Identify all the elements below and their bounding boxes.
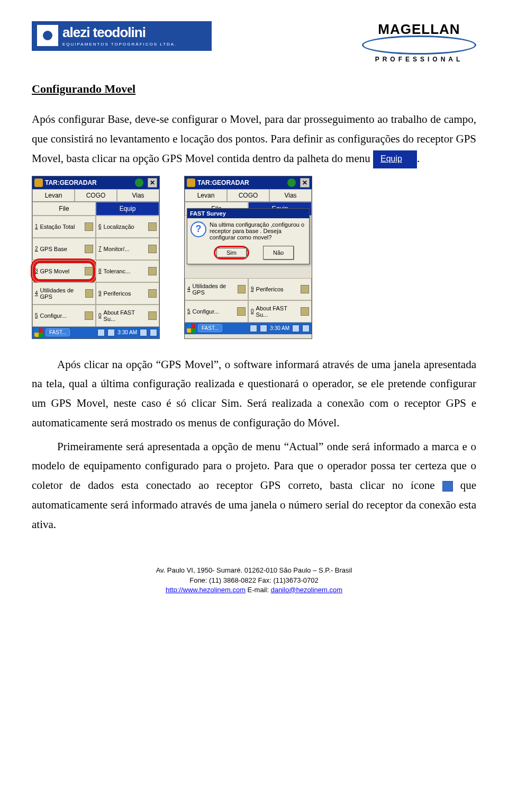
top-tabs-right: Levan COGO Vias	[185, 189, 312, 202]
taskbar-left: FAST... 3:30 AM	[32, 327, 159, 338]
tab-levan[interactable]: Levan	[185, 189, 227, 201]
logo-left-line1: alezi teodolini	[62, 24, 177, 41]
system-tray: 3:30 AM	[97, 329, 157, 336]
section-title: Configurando Movel	[32, 82, 476, 96]
tab-file[interactable]: File	[32, 202, 96, 216]
titlebar-right: TAR:GEORADAR ✕	[185, 176, 312, 189]
gps-rover-icon	[85, 267, 93, 275]
start-icon[interactable]	[34, 328, 43, 337]
menu-estacao-total[interactable]: 1Estação Total	[32, 216, 96, 238]
menu-about[interactable]: 0About FAST Su...	[96, 305, 159, 327]
sub-tabs-left: File Equip	[32, 202, 159, 216]
globe-icon[interactable]	[287, 179, 296, 187]
footer-link[interactable]: http://www.hezolinem.com	[166, 586, 246, 594]
dialog-fast-survey: FAST Survey ? Na ultima configuração ,co…	[187, 208, 310, 264]
task-button-fast[interactable]: FAST...	[46, 328, 70, 336]
menu-perifericos[interactable]: 9Perifericos	[248, 278, 312, 300]
tray-bluetooth-icon[interactable]	[97, 329, 105, 336]
close-icon[interactable]: ✕	[148, 178, 157, 188]
page-footer: Av. Paulo VI, 1950- Sumaré. 01262-010 Sã…	[32, 566, 476, 595]
menu-about[interactable]: 0About FAST Su...	[248, 300, 312, 323]
location-icon	[148, 222, 157, 231]
top-tabs-left: Levan COGO Vias	[32, 189, 159, 202]
clock: 3:30 AM	[270, 325, 289, 331]
about-icon	[148, 311, 157, 320]
para3-text-a: Primeiramente será apresentada a opção d…	[32, 440, 476, 492]
menu-utilidades-gps[interactable]: 4Utilidades de GPS	[32, 282, 96, 305]
tray-desktop-icon[interactable]	[150, 329, 157, 336]
app-icon	[34, 179, 43, 187]
orbit-icon	[362, 35, 476, 55]
tray-sip-icon[interactable]	[140, 329, 147, 336]
tab-equip[interactable]: Equip	[96, 202, 159, 216]
task-button-fast[interactable]: FAST...	[198, 324, 222, 332]
logo-right-brand: MAGELLAN	[362, 21, 476, 38]
menu-gps-movel[interactable]: 3GPS Movel	[32, 260, 96, 282]
logo-square-icon	[37, 25, 58, 46]
monitor-icon	[148, 245, 157, 253]
equip-button-inline[interactable]: Equip	[373, 150, 417, 168]
paragraph-1: Após configurar Base, deve-se configurar…	[32, 110, 476, 168]
menu-configur[interactable]: 5Configur...	[32, 305, 96, 327]
question-icon: ?	[190, 221, 206, 237]
wrench-icon	[85, 311, 93, 320]
logo-right-sub: PROFESSIONAL	[362, 56, 476, 63]
footer-address: Av. Paulo VI, 1950- Sumaré. 01262-010 Sã…	[32, 566, 476, 575]
globe-icon[interactable]	[135, 179, 143, 187]
logo-magellan: MAGELLAN PROFESSIONAL	[362, 21, 476, 63]
tray-sip-icon[interactable]	[292, 325, 300, 332]
sim-button[interactable]: Sim	[216, 248, 247, 257]
dialog-title: FAST Survey	[187, 209, 309, 218]
utilities-icon	[85, 289, 93, 298]
tray-desktop-icon[interactable]	[302, 325, 310, 332]
titlebar-left: TAR:GEORADAR ✕	[32, 176, 159, 189]
tray-status-icon[interactable]	[260, 325, 267, 332]
tab-vias[interactable]: Vias	[117, 189, 159, 201]
peripherals-icon	[301, 285, 309, 293]
peripherals-icon	[148, 289, 157, 298]
tab-cogo[interactable]: COGO	[227, 189, 269, 201]
nao-button[interactable]: Não	[263, 246, 294, 260]
page-header: alezi teodolini EQUIPAMENTOS TOPOGRÁFICO…	[32, 21, 476, 63]
footer-email-label: E-mail:	[246, 586, 271, 594]
close-icon[interactable]: ✕	[300, 178, 310, 188]
logo-alezi-teodolini: alezi teodolini EQUIPAMENTOS TOPOGRÁFICO…	[32, 21, 212, 51]
dialog-message: Na ultima configuração ,configurou o rec…	[210, 221, 306, 240]
paragraph-3: Primeiramente será apresentada a opção d…	[32, 437, 476, 534]
menu-grid-left: 1Estação Total 6Localização 2GPS Base 7M…	[32, 216, 159, 327]
para1-text-b: .	[417, 152, 420, 165]
about-icon	[301, 307, 309, 316]
tolerance-icon	[148, 267, 157, 275]
menu-perifericos[interactable]: 9Perifericos	[96, 282, 159, 305]
app-icon	[187, 179, 195, 187]
taskbar-right: FAST... 3:30 AM	[185, 323, 312, 334]
system-tray: 3:30 AM	[250, 325, 310, 332]
menu-monitor[interactable]: 7Monitor/...	[96, 238, 159, 260]
info-icon[interactable]: i	[442, 481, 453, 492]
clock: 3:30 AM	[117, 329, 137, 335]
screenshot-right: TAR:GEORADAR ✕ Levan COGO Vias File Equi…	[184, 176, 312, 339]
menu-localizacao[interactable]: 6Localização	[96, 216, 159, 238]
menu-toleranc[interactable]: 8Toleranc...	[96, 260, 159, 282]
logo-left-line2: EQUIPAMENTOS TOPOGRÁFICOS LTDA.	[62, 42, 177, 47]
tripod-icon	[85, 222, 93, 231]
footer-phone: Fone: (11) 3868-0822 Fax: (11)3673-0702	[32, 576, 476, 585]
footer-email[interactable]: danilo@hezolinem.com	[271, 586, 342, 594]
tab-vias[interactable]: Vias	[269, 189, 312, 201]
window-title: TAR:GEORADAR	[45, 179, 97, 186]
sim-highlight: Sim	[214, 246, 249, 260]
tab-cogo[interactable]: COGO	[75, 189, 117, 201]
utilities-icon	[238, 285, 246, 293]
start-icon[interactable]	[187, 324, 195, 333]
tab-levan[interactable]: Levan	[32, 189, 75, 201]
screenshots-row: TAR:GEORADAR ✕ Levan COGO Vias File Equi…	[32, 176, 476, 339]
menu-utilidades-gps[interactable]: 4Utilidades de GPS	[185, 278, 248, 300]
window-title: TAR:GEORADAR	[197, 179, 249, 186]
tray-status-icon[interactable]	[107, 329, 115, 336]
screenshot-left: TAR:GEORADAR ✕ Levan COGO Vias File Equi…	[32, 176, 160, 339]
menu-gps-base[interactable]: 2GPS Base	[32, 238, 96, 260]
menu-configur[interactable]: 5Configur...	[185, 300, 248, 323]
paragraph-2: Após clicar na opção “GPS Movel”, o soft…	[32, 355, 476, 433]
tray-bluetooth-icon[interactable]	[250, 325, 257, 332]
wrench-icon	[237, 307, 246, 316]
